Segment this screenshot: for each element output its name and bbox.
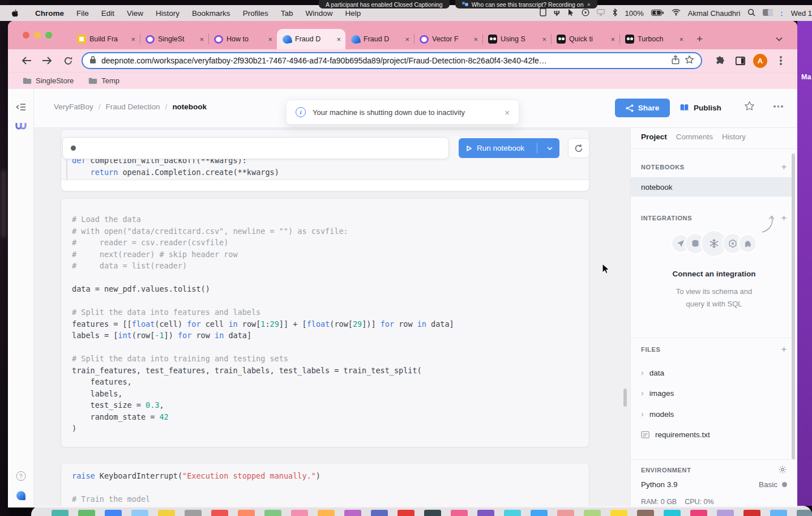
notebook-list-item[interactable]: notebook bbox=[631, 177, 792, 197]
dock-app-icon[interactable] bbox=[531, 510, 548, 516]
tab-close-icon[interactable]: × bbox=[541, 35, 548, 44]
tab-close-icon[interactable]: × bbox=[678, 35, 685, 44]
bookmark-folder[interactable]: Temp bbox=[88, 76, 119, 85]
workspace-logo-icon[interactable] bbox=[15, 122, 27, 134]
url-text[interactable]: deepnote.com/workspace/veryfatboy-2f930b… bbox=[101, 56, 666, 65]
dock-app-icon[interactable] bbox=[451, 510, 468, 516]
device-icon[interactable] bbox=[540, 8, 546, 18]
add-integration-icon[interactable]: + bbox=[781, 213, 787, 223]
dock-app-icon[interactable] bbox=[371, 510, 388, 516]
tab-close-icon[interactable]: × bbox=[609, 35, 616, 44]
profile-avatar[interactable]: A bbox=[753, 54, 767, 68]
dock-app-icon[interactable] bbox=[637, 510, 654, 516]
window-close-button[interactable] bbox=[23, 32, 29, 39]
window-zoom-button[interactable] bbox=[45, 32, 52, 39]
tab-search-chevron-icon[interactable] bbox=[776, 33, 783, 44]
tab-close-icon[interactable]: × bbox=[267, 35, 273, 44]
deepnote-logo[interactable] bbox=[16, 491, 25, 500]
window-minimize-button[interactable] bbox=[34, 32, 41, 39]
browser-tab[interactable]: Turboch× bbox=[619, 29, 688, 49]
run-dropdown-chevron-icon[interactable] bbox=[547, 147, 553, 150]
add-file-icon[interactable]: + bbox=[781, 344, 787, 354]
dock-app-icon[interactable] bbox=[211, 510, 228, 516]
dock-app-icon[interactable] bbox=[318, 510, 335, 516]
dock-app-icon[interactable] bbox=[398, 510, 414, 516]
run-notebook-button[interactable]: Run notebook bbox=[459, 138, 559, 158]
menu-item-tab[interactable]: Tab bbox=[275, 9, 300, 18]
dock-app-icon[interactable] bbox=[344, 510, 361, 516]
side-panel-icon[interactable] bbox=[733, 54, 747, 67]
file-row-file[interactable]: requirements.txt bbox=[641, 426, 787, 443]
screen-record-icon[interactable] bbox=[582, 8, 589, 18]
menu-item-bookmarks[interactable]: Bookmarks bbox=[186, 9, 237, 18]
dock-app-icon[interactable] bbox=[717, 510, 734, 516]
restart-machine-button[interactable] bbox=[568, 138, 589, 158]
collapse-sidebar-icon[interactable] bbox=[16, 103, 26, 113]
browser-tab[interactable]: Quick ti× bbox=[551, 29, 619, 49]
dock-app-icon[interactable] bbox=[105, 510, 122, 516]
share-page-icon[interactable] bbox=[672, 55, 679, 67]
toast-close-icon[interactable]: × bbox=[505, 108, 510, 117]
apple-menu-icon[interactable] bbox=[11, 9, 19, 18]
wifi-icon[interactable] bbox=[672, 8, 681, 18]
menu-item-edit[interactable]: Edit bbox=[95, 9, 121, 18]
chevron-right-icon[interactable]: › bbox=[641, 410, 644, 419]
bookmark-folder[interactable]: SingleStore bbox=[23, 76, 74, 85]
bookmark-star-icon[interactable] bbox=[685, 55, 694, 66]
favorite-star-icon[interactable] bbox=[744, 101, 755, 113]
share-button[interactable]: Share bbox=[615, 99, 670, 117]
publish-button[interactable]: Publish bbox=[679, 99, 721, 117]
menu-item-window[interactable]: Window bbox=[299, 9, 339, 18]
banner-close-icon[interactable]: × bbox=[587, 1, 591, 8]
file-row-folder[interactable]: ›models bbox=[641, 406, 787, 423]
dock-app-icon[interactable] bbox=[664, 510, 681, 516]
menubar-clock[interactable]: Wed 1 bbox=[791, 9, 812, 18]
dock-app-icon[interactable] bbox=[743, 510, 760, 516]
breadcrumb-notebook[interactable]: notebook bbox=[172, 103, 207, 111]
menu-item-history[interactable]: History bbox=[149, 9, 186, 18]
dock-app-icon[interactable] bbox=[238, 510, 255, 516]
tab-close-icon[interactable]: × bbox=[335, 35, 342, 44]
panel-scrollbar-thumb[interactable] bbox=[792, 153, 795, 459]
dock-app-icon[interactable] bbox=[477, 510, 494, 516]
dock-app-icon[interactable] bbox=[557, 510, 574, 516]
address-bar[interactable]: deepnote.com/workspace/veryfatboy-2f930b… bbox=[82, 52, 702, 69]
dock-app-icon[interactable] bbox=[158, 510, 175, 516]
menu-item-help[interactable]: Help bbox=[339, 9, 367, 18]
airplay-icon[interactable] bbox=[597, 9, 605, 18]
browser-tab[interactable]: SingleSt× bbox=[140, 29, 208, 49]
dock-app-icon[interactable] bbox=[690, 510, 707, 516]
panel-tab-comments[interactable]: Comments bbox=[676, 133, 713, 141]
dock-app-icon[interactable] bbox=[770, 510, 787, 516]
more-options-icon[interactable] bbox=[773, 105, 783, 108]
reload-button[interactable] bbox=[62, 54, 74, 67]
menu-item-view[interactable]: View bbox=[121, 9, 149, 18]
add-notebook-icon[interactable]: + bbox=[781, 162, 787, 172]
menu-item-profiles[interactable]: Profiles bbox=[237, 9, 275, 18]
panel-tab-history[interactable]: History bbox=[722, 133, 746, 141]
new-tab-button[interactable]: + bbox=[696, 33, 703, 44]
dock-app-icon[interactable] bbox=[584, 510, 601, 516]
code-editor[interactable]: # Load the data# with open("data/creditc… bbox=[72, 214, 583, 434]
tab-close-icon[interactable]: × bbox=[404, 35, 411, 44]
battery-icon[interactable] bbox=[651, 9, 664, 18]
dock-app-icon[interactable] bbox=[291, 510, 308, 516]
trident-app-icon[interactable]: Ψ bbox=[554, 9, 560, 18]
dock-app-icon[interactable] bbox=[131, 510, 148, 516]
browser-tab[interactable]: Using S× bbox=[482, 29, 551, 49]
pointer-app-icon[interactable] bbox=[567, 8, 574, 18]
notebook-scrollbar-thumb[interactable] bbox=[623, 389, 627, 407]
dock-app-icon[interactable] bbox=[797, 510, 812, 516]
dock-app-icon[interactable] bbox=[264, 510, 281, 516]
back-button[interactable] bbox=[20, 54, 33, 67]
dock-app-icon[interactable] bbox=[424, 510, 441, 516]
spotlight-search-icon[interactable] bbox=[747, 8, 755, 18]
menu-item-chrome[interactable]: Chrome bbox=[29, 9, 70, 18]
file-row-folder[interactable]: ›data bbox=[641, 364, 787, 381]
panel-tab-project[interactable]: Project bbox=[641, 133, 667, 141]
dock-app-icon[interactable] bbox=[52, 510, 69, 516]
code-editor[interactable]: raise KeyboardInterrupt("Execution stopp… bbox=[72, 470, 583, 505]
extensions-puzzle-icon[interactable] bbox=[713, 54, 726, 67]
breadcrumb-workspace[interactable]: VeryFatBoy bbox=[54, 103, 93, 111]
browser-tab[interactable]: Fraud D× bbox=[345, 29, 414, 49]
